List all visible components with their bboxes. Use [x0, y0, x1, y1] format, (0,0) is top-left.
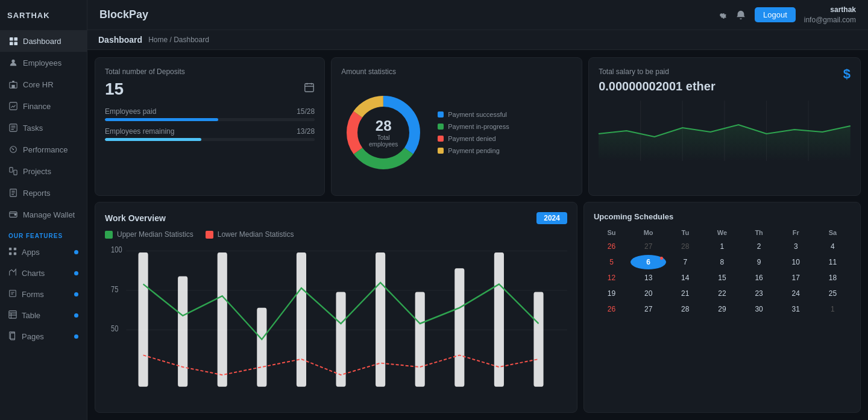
sidebar-item-pages[interactable]: Pages	[0, 326, 87, 347]
amount-inner: 28 Total employees Payment successful Pa…	[341, 80, 572, 186]
cal-header-fr: Fr	[778, 227, 814, 238]
cal-day[interactable]: 26	[594, 302, 629, 316]
year-badge[interactable]: 2024	[536, 212, 567, 224]
cal-day[interactable]: 16	[741, 271, 777, 285]
legend-label: Payment successful	[448, 111, 507, 118]
legend-item-denied: Payment denied	[438, 135, 509, 142]
cal-day[interactable]: 27	[631, 239, 666, 254]
sidebar-item-manage-wallet[interactable]: Manage Wallet	[0, 204, 87, 225]
legend-upper-label: Upper Median Statistics	[117, 230, 193, 239]
cal-day[interactable]: 31	[778, 302, 814, 316]
cal-day-today[interactable]: 6	[631, 255, 666, 269]
cal-day[interactable]: 17	[778, 271, 814, 285]
dashboard-icon	[8, 36, 18, 46]
amount-stats-card: Amount statistics	[331, 57, 582, 196]
svg-rect-7	[10, 102, 17, 110]
svg-rect-16	[9, 248, 11, 250]
cal-day[interactable]: 11	[815, 255, 851, 269]
cal-day[interactable]: 23	[741, 286, 777, 301]
cal-day[interactable]: 13	[631, 271, 666, 285]
cal-day[interactable]: 21	[667, 286, 703, 301]
dollar-icon: $	[843, 66, 851, 82]
bell-icon[interactable]	[735, 10, 746, 20]
legend-dot-pending	[438, 148, 444, 154]
logout-button[interactable]: Logout	[755, 7, 796, 22]
work-overview-card: Work Overview 2024 Upper Median Statisti…	[95, 202, 577, 413]
cal-day[interactable]: 3	[778, 239, 814, 254]
cal-day[interactable]: 5	[594, 255, 629, 269]
cal-day[interactable]: 30	[741, 302, 777, 316]
projects-icon	[8, 166, 18, 176]
cal-header-sa: Sa	[815, 227, 851, 238]
sidebar-item-forms[interactable]: Forms	[0, 284, 87, 305]
legend-label: Payment pending	[448, 147, 500, 154]
legend-lower: Lower Median Statistics	[206, 230, 294, 239]
svg-text:50: 50	[111, 324, 118, 334]
legend-label: Payment denied	[448, 135, 496, 142]
sidebar-item-employees[interactable]: Employees	[0, 52, 87, 74]
cal-day[interactable]: 27	[631, 302, 666, 316]
svg-rect-49	[415, 292, 425, 387]
sidebar-item-finance[interactable]: Finance	[0, 95, 87, 117]
sidebar-item-label: Employees	[23, 58, 61, 67]
svg-rect-12	[14, 170, 17, 175]
feature-label: Table	[22, 311, 40, 320]
cal-header-tu: Tu	[667, 227, 703, 238]
cal-day[interactable]: 8	[704, 255, 740, 269]
cal-day[interactable]: 28	[667, 239, 703, 254]
calendar-grid: Su Mo Tu We Th Fr Sa 26 27 28 1 2 3 4	[594, 227, 851, 316]
sidebar-item-table[interactable]: Table	[0, 305, 87, 326]
cal-day[interactable]: 24	[778, 286, 814, 301]
sidebar-item-charts[interactable]: Charts	[0, 263, 87, 284]
cal-day[interactable]: 22	[704, 286, 740, 301]
svg-rect-1	[14, 37, 17, 40]
feature-dot	[74, 313, 78, 318]
svg-text:75: 75	[111, 284, 118, 294]
cal-header-mo: Mo	[631, 227, 666, 238]
salary-value: 0.00000002001 ether	[599, 80, 851, 93]
cal-day[interactable]: 14	[667, 271, 703, 285]
cal-day[interactable]: 1	[704, 239, 740, 254]
svg-rect-45	[257, 308, 266, 387]
sidebar-item-tasks[interactable]: Tasks	[0, 117, 87, 139]
work-overview-chart: 100 75 50	[105, 245, 567, 403]
employees-remaining-label: Employees remaining	[105, 127, 174, 136]
settings-icon[interactable]	[716, 10, 727, 20]
cal-day[interactable]: 4	[815, 239, 851, 254]
sidebar-item-apps[interactable]: Apps	[0, 242, 87, 263]
sidebar-item-reports[interactable]: Reports	[0, 182, 87, 204]
sidebar-item-core-hr[interactable]: Core HR	[0, 74, 87, 95]
cal-day[interactable]: 25	[815, 286, 851, 301]
cal-day[interactable]: 29	[704, 302, 740, 316]
sidebar-item-dashboard[interactable]: Dashboard	[0, 30, 87, 52]
sidebar-item-performance[interactable]: Performance	[0, 139, 87, 160]
cal-day[interactable]: 12	[594, 271, 629, 285]
calendar-card: Upcoming Schedules Su Mo Tu We Th Fr Sa …	[583, 202, 861, 413]
sidebar-nav: Dashboard Employees Core HR Finance Task…	[0, 30, 87, 420]
finance-icon	[8, 101, 18, 111]
cal-day[interactable]: 1	[815, 302, 851, 316]
legend-sq-upper	[105, 231, 113, 239]
cal-day[interactable]: 2	[741, 239, 777, 254]
cal-day[interactable]: 10	[778, 255, 814, 269]
cal-day[interactable]: 9	[741, 255, 777, 269]
pages-icon	[8, 331, 17, 342]
cal-day[interactable]: 26	[594, 239, 629, 254]
cal-day[interactable]: 28	[667, 302, 703, 316]
legend-dot-inprogress	[438, 124, 444, 130]
legend-item-pending: Payment pending	[438, 147, 509, 154]
sidebar-item-projects[interactable]: Projects	[0, 160, 87, 182]
cal-day[interactable]: 20	[631, 286, 666, 301]
svg-rect-47	[336, 292, 345, 387]
cal-day[interactable]: 18	[815, 271, 851, 285]
donut-total: 28	[362, 118, 404, 134]
cal-day[interactable]: 19	[594, 286, 629, 301]
sidebar-item-label: Manage Wallet	[23, 210, 75, 219]
cal-day[interactable]: 7	[667, 255, 703, 269]
user-name: sarthak	[804, 5, 856, 15]
breadcrumb-title: Dashboard	[98, 35, 142, 45]
svg-text:100: 100	[111, 245, 122, 255]
bottom-row: Work Overview 2024 Upper Median Statisti…	[95, 202, 861, 413]
cal-day[interactable]: 15	[704, 271, 740, 285]
legend-dot-successful	[438, 111, 444, 118]
